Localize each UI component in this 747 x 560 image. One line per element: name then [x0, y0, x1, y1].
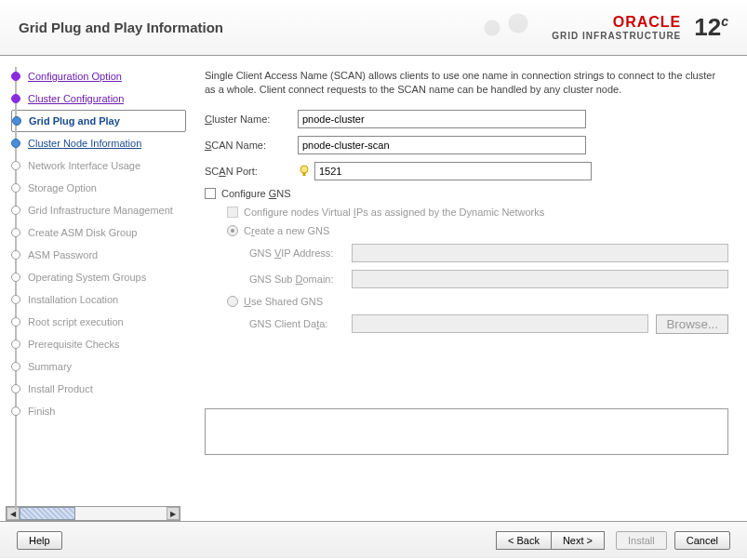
cluster-name-label: Cluster Name:	[205, 113, 298, 125]
gns-sub-input	[352, 270, 728, 288]
brand-product: GRID INFRASTRUCTURE	[552, 31, 681, 41]
message-area	[205, 408, 728, 455]
step-label: Installation Location	[28, 294, 118, 305]
step-dot-icon	[12, 116, 21, 126]
step-dot-icon	[11, 250, 20, 260]
step-dot-icon	[11, 295, 20, 304]
radio-icon	[227, 296, 238, 307]
gns-vip-input	[352, 244, 728, 262]
step-grid-plug-and-play: Grid Plug and Play	[11, 110, 186, 132]
step-dot-icon	[11, 273, 20, 282]
step-sidebar: Configuration OptionCluster Configuratio…	[0, 56, 186, 521]
step-label: Cluster Configuration	[28, 93, 124, 104]
step-dot-icon	[11, 72, 20, 81]
step-label: Storage Option	[28, 182, 97, 193]
scroll-left-icon[interactable]: ◀	[7, 507, 20, 520]
cluster-name-input[interactable]	[298, 110, 586, 128]
scan-port-input[interactable]	[314, 162, 592, 180]
gns-sub-area: Configure nodes Virtual IPs as assigned …	[227, 207, 728, 334]
step-root-script-execution: Root script execution	[11, 311, 186, 333]
gns-vip-label: GNS VIP Address:	[249, 247, 352, 259]
step-dot-icon	[11, 206, 20, 215]
gns-sub-label: GNS Sub Domain:	[249, 273, 352, 285]
step-dot-icon	[11, 139, 20, 148]
cancel-button[interactable]: Cancel	[674, 531, 730, 550]
step-label: Operating System Groups	[28, 272, 146, 283]
step-dot-icon	[11, 94, 20, 103]
step-label: ASM Password	[28, 249, 98, 260]
step-network-interface-usage: Network Interface Usage	[11, 154, 186, 177]
gns-client-label: GNS Client Data:	[249, 318, 352, 329]
create-gns-radio: Create a new GNS	[227, 225, 728, 236]
step-dot-icon	[11, 340, 20, 349]
step-summary: Summary	[11, 355, 186, 378]
step-label: Configuration Option	[28, 71, 122, 82]
brand-text: ORACLE GRID INFRASTRUCTURE	[552, 14, 681, 42]
brand-area: ORACLE GRID INFRASTRUCTURE 12c	[470, 5, 728, 51]
step-dot-icon	[11, 362, 20, 371]
step-asm-password: ASM Password	[11, 244, 186, 266]
step-label: Grid Plug and Play	[29, 115, 120, 127]
step-label: Install Product	[28, 383, 93, 394]
step-label: Cluster Node Information	[28, 138, 141, 149]
step-list: Configuration OptionCluster Configuratio…	[11, 65, 186, 422]
step-cluster-configuration[interactable]: Cluster Configuration	[11, 87, 186, 110]
use-shared-gns-radio: Use Shared GNS	[227, 296, 728, 307]
step-label: Prerequisite Checks	[28, 339, 119, 350]
step-install-product: Install Product	[11, 378, 186, 400]
scan-name-label: SCAN Name:	[205, 140, 298, 151]
sidebar-scrollbar[interactable]: ◀ ▶	[6, 506, 180, 521]
brand-oracle: ORACLE	[613, 14, 682, 30]
step-dot-icon	[11, 384, 20, 393]
svg-point-0	[300, 166, 308, 173]
step-label: Finish	[28, 406, 55, 417]
step-cluster-node-information[interactable]: Cluster Node Information	[11, 132, 186, 154]
next-button[interactable]: Next >	[551, 531, 605, 550]
step-dot-icon	[11, 183, 20, 193]
checkbox-icon	[227, 207, 238, 218]
help-button[interactable]: Help	[17, 531, 62, 550]
radio-icon	[227, 225, 238, 236]
step-installation-location: Installation Location	[11, 288, 186, 311]
intro-text: Single Client Access Name (SCAN) allows …	[205, 69, 728, 97]
configure-gns-checkbox[interactable]: Configure GNS	[205, 188, 728, 199]
step-label: Grid Infrastructure Management	[28, 205, 173, 216]
step-dot-icon	[11, 407, 20, 416]
brand-version: 12c	[694, 13, 728, 42]
page-title: Grid Plug and Play Information	[19, 20, 223, 35]
configure-vip-checkbox: Configure nodes Virtual IPs as assigned …	[227, 207, 728, 218]
step-label: Root script execution	[28, 316, 124, 327]
scroll-thumb[interactable]	[20, 507, 75, 520]
help-lightbulb-icon[interactable]	[298, 165, 311, 178]
step-label: Network Interface Usage	[28, 160, 140, 171]
step-create-asm-disk-group: Create ASM Disk Group	[11, 221, 186, 244]
scan-name-input[interactable]	[298, 136, 586, 154]
step-dot-icon	[11, 317, 20, 327]
step-grid-infrastructure-management: Grid Infrastructure Management	[11, 199, 186, 221]
step-storage-option: Storage Option	[11, 177, 186, 199]
checkbox-icon[interactable]	[205, 188, 216, 199]
gears-icon	[470, 5, 544, 51]
step-dot-icon	[11, 228, 20, 237]
back-button[interactable]: < Back	[496, 531, 552, 550]
install-button: Install	[616, 531, 667, 550]
step-operating-system-groups: Operating System Groups	[11, 266, 186, 288]
step-dot-icon	[11, 161, 20, 170]
browse-button: Browse...	[656, 314, 728, 334]
gns-client-input	[352, 314, 648, 333]
scan-port-label: SCAN Port:	[205, 166, 298, 177]
step-configuration-option[interactable]: Configuration Option	[11, 65, 186, 87]
footer: Help < Back Next > Install Cancel	[0, 521, 747, 558]
svg-rect-1	[303, 173, 306, 176]
scroll-right-icon[interactable]: ▶	[167, 507, 180, 520]
step-label: Create ASM Disk Group	[28, 227, 137, 238]
header: Grid Plug and Play Information ORACLE GR…	[0, 0, 747, 56]
main-panel: Single Client Access Name (SCAN) allows …	[186, 56, 747, 521]
step-label: Summary	[28, 361, 72, 372]
step-prerequisite-checks: Prerequisite Checks	[11, 333, 186, 355]
step-finish: Finish	[11, 400, 186, 422]
